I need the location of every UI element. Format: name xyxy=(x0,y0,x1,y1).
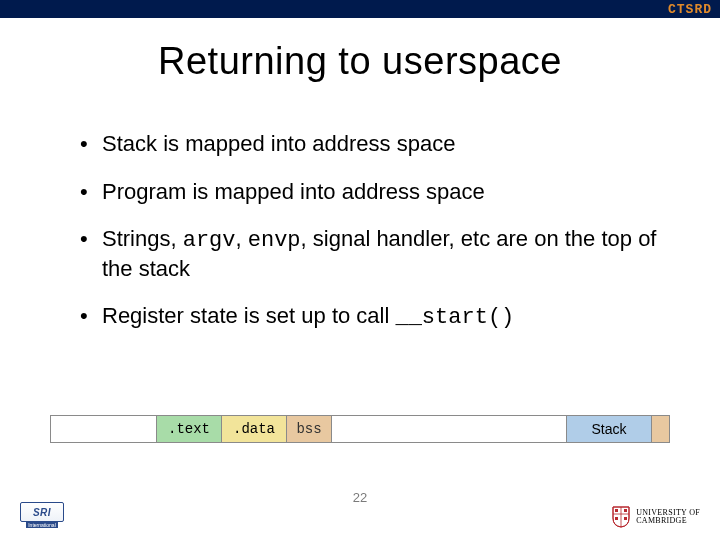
cambridge-line2: CAMBRIDGE xyxy=(636,517,700,525)
svg-rect-3 xyxy=(624,509,627,512)
memory-gap xyxy=(331,416,566,442)
memory-stack-segment: Stack xyxy=(566,416,651,442)
svg-rect-2 xyxy=(615,509,618,512)
cambridge-shield-icon xyxy=(612,506,630,528)
memory-end-segment xyxy=(651,416,669,442)
bullet-item: Strings, argv, envp, signal handler, etc… xyxy=(80,225,660,282)
memory-bss-segment: bss xyxy=(286,416,331,442)
slide-title: Returning to userspace xyxy=(0,40,720,83)
memory-layout: .text .data bss Stack xyxy=(50,415,670,443)
cambridge-text: UNIVERSITY OF CAMBRIDGE xyxy=(636,509,700,525)
topbar-brand: CTSRD xyxy=(668,2,712,17)
footer-logo-sri: SRI International xyxy=(20,502,64,528)
bullet-item: Register state is set up to call __start… xyxy=(80,302,660,332)
bullet-list: Stack is mapped into address space Progr… xyxy=(80,130,660,352)
page-number: 22 xyxy=(0,490,720,505)
memory-blank xyxy=(51,416,156,442)
memory-data-segment: .data xyxy=(221,416,286,442)
sri-logo-subtext: International xyxy=(26,522,58,528)
bullet-item: Program is mapped into address space xyxy=(80,178,660,206)
svg-rect-4 xyxy=(615,517,618,520)
top-bar: CTSRD xyxy=(0,0,720,18)
sri-logo-icon: SRI xyxy=(20,502,64,522)
svg-rect-5 xyxy=(624,517,627,520)
sri-logo-text: SRI xyxy=(33,507,51,518)
memory-text-segment: .text xyxy=(156,416,221,442)
bullet-item: Stack is mapped into address space xyxy=(80,130,660,158)
footer-logo-cambridge: UNIVERSITY OF CAMBRIDGE xyxy=(612,506,700,528)
